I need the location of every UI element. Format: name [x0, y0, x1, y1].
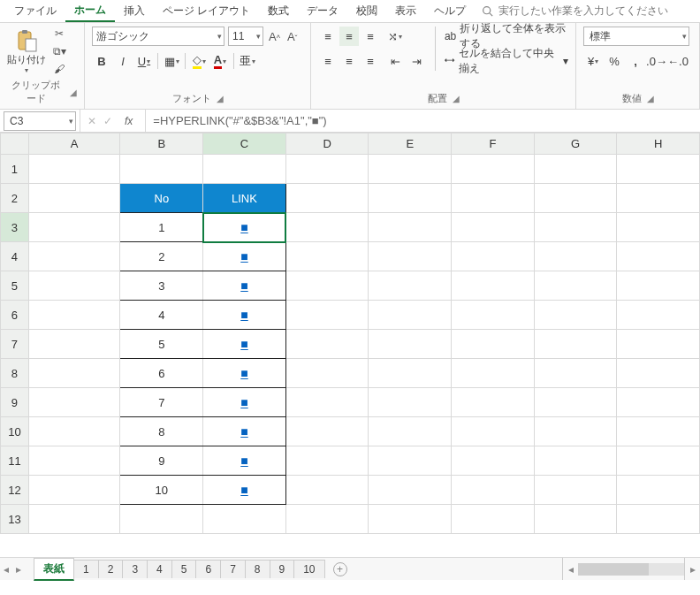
copy-button[interactable]: ⧉▾: [51, 44, 67, 58]
cell[interactable]: [452, 155, 535, 184]
orientation-button[interactable]: ⤭▾: [385, 27, 405, 46]
tell-me-search[interactable]: 実行したい作業を入力してください: [482, 4, 668, 19]
cell[interactable]: [452, 505, 535, 534]
sheet-tab[interactable]: 5: [171, 560, 197, 578]
col-header-A[interactable]: A: [28, 133, 120, 155]
hyperlink[interactable]: ■: [240, 454, 247, 468]
format-painter-button[interactable]: 🖌: [51, 62, 67, 76]
phonetic-button[interactable]: 亜▾: [238, 51, 257, 71]
comma-format-button[interactable]: ,: [626, 51, 645, 71]
grid[interactable]: A B C D E F G H 1 2 No LINK 3 1 ■ 4 2 ■ …: [0, 133, 700, 534]
cell[interactable]: 8: [120, 417, 203, 446]
cell[interactable]: [369, 417, 452, 446]
row-header[interactable]: 12: [1, 476, 29, 505]
cell[interactable]: [452, 388, 535, 417]
sheet-tab[interactable]: 表紙: [34, 558, 74, 581]
tab-nav-prev[interactable]: ▸: [12, 563, 25, 576]
border-button[interactable]: ▦▾: [162, 51, 181, 71]
cell[interactable]: [369, 184, 452, 213]
cell[interactable]: [369, 213, 452, 242]
col-header-F[interactable]: F: [452, 133, 535, 155]
cell[interactable]: [369, 476, 452, 505]
sheet-tab[interactable]: 2: [98, 560, 124, 578]
cell[interactable]: [617, 213, 700, 242]
row-header[interactable]: 2: [1, 184, 29, 213]
cell[interactable]: [285, 301, 369, 330]
select-all-corner[interactable]: [1, 133, 29, 155]
align-left-button[interactable]: ≡: [318, 51, 338, 71]
menu-view[interactable]: 表示: [386, 1, 425, 21]
cell[interactable]: [285, 446, 369, 476]
cell[interactable]: [452, 301, 535, 330]
cell[interactable]: [28, 184, 120, 213]
align-center-button[interactable]: ≡: [339, 51, 359, 71]
hyperlink[interactable]: ■: [240, 366, 247, 380]
decrease-font-button[interactable]: Aˇ: [285, 30, 300, 43]
formula-input[interactable]: =HYPERLINK("#"&$B3&"!A1","■"): [146, 110, 700, 132]
row-header[interactable]: 8: [1, 359, 29, 388]
accounting-format-button[interactable]: ¥▾: [583, 51, 603, 71]
cell[interactable]: [285, 330, 369, 359]
bold-button[interactable]: B: [92, 51, 111, 71]
cell[interactable]: [28, 271, 120, 301]
cell[interactable]: [285, 476, 369, 505]
cell[interactable]: [452, 271, 535, 301]
font-name-combo[interactable]: 游ゴシック ▾: [92, 27, 224, 46]
cell[interactable]: [285, 213, 369, 242]
sheet-tab[interactable]: 8: [245, 560, 270, 578]
cell[interactable]: [452, 476, 535, 505]
hyperlink[interactable]: ■: [240, 220, 247, 234]
menu-help[interactable]: ヘルプ: [425, 1, 475, 21]
name-box[interactable]: C3 ▾: [4, 111, 76, 131]
cell[interactable]: 7: [120, 388, 203, 417]
row-header[interactable]: 9: [1, 388, 29, 417]
cell[interactable]: [285, 271, 369, 301]
cell-selected[interactable]: ■: [203, 213, 286, 242]
sheet-tab[interactable]: 10: [293, 560, 324, 578]
cell[interactable]: [369, 301, 452, 330]
row-header[interactable]: 3: [1, 213, 29, 242]
decrease-indent-button[interactable]: ⇤: [385, 51, 405, 71]
cell[interactable]: [452, 417, 535, 446]
cell[interactable]: 6: [120, 359, 203, 388]
cell[interactable]: [617, 184, 700, 213]
cell[interactable]: [28, 417, 120, 446]
cell[interactable]: [452, 242, 535, 271]
cell[interactable]: [617, 446, 700, 476]
clipboard-dialog-launcher[interactable]: ◢: [70, 88, 77, 97]
cell[interactable]: [534, 476, 617, 505]
cell[interactable]: [28, 330, 120, 359]
cell[interactable]: [617, 359, 700, 388]
hyperlink[interactable]: ■: [240, 483, 247, 497]
cell[interactable]: [28, 476, 120, 505]
row-header[interactable]: 6: [1, 301, 29, 330]
cell[interactable]: ■: [203, 271, 286, 301]
align-bottom-button[interactable]: ≡: [361, 27, 380, 46]
cell[interactable]: [28, 359, 120, 388]
cell[interactable]: [120, 505, 203, 534]
hyperlink[interactable]: ■: [240, 424, 247, 439]
row-header[interactable]: 4: [1, 242, 29, 271]
cell[interactable]: [285, 359, 369, 388]
cell[interactable]: ■: [203, 417, 286, 446]
cell[interactable]: [534, 213, 617, 242]
hyperlink[interactable]: ■: [240, 395, 247, 409]
cell[interactable]: [534, 301, 617, 330]
cell[interactable]: [28, 242, 120, 271]
cell[interactable]: [285, 505, 369, 534]
col-header-B[interactable]: B: [120, 133, 203, 155]
col-header-H[interactable]: H: [617, 133, 700, 155]
cell[interactable]: [369, 271, 452, 301]
row-header[interactable]: 11: [1, 446, 29, 476]
cell[interactable]: [534, 388, 617, 417]
cell[interactable]: ■: [203, 301, 286, 330]
cell[interactable]: [369, 359, 452, 388]
increase-indent-button[interactable]: ⇥: [407, 51, 426, 71]
cell[interactable]: 2: [120, 242, 203, 271]
cell[interactable]: [617, 505, 700, 534]
cell[interactable]: [534, 271, 617, 301]
cell[interactable]: 3: [120, 271, 203, 301]
align-middle-button[interactable]: ≡: [339, 27, 359, 46]
menu-data[interactable]: データ: [298, 1, 347, 21]
fill-color-button[interactable]: ◇▾: [189, 51, 209, 71]
